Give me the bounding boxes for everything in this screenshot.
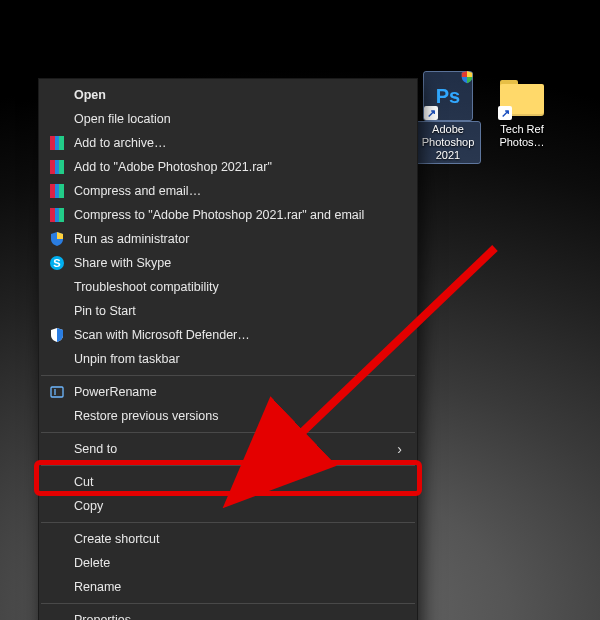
menu-item-run-as-admin[interactable]: Run as administrator (40, 227, 416, 251)
menu-item-label: Add to archive… (74, 136, 402, 150)
menu-item-rename[interactable]: Rename (40, 575, 416, 599)
blank-icon (48, 611, 66, 620)
menu-item-cut[interactable]: Cut (40, 470, 416, 494)
skype-icon: S (48, 254, 66, 272)
menu-item-label: Troubleshoot compatibility (74, 280, 402, 294)
menu-item-label: Open file location (74, 112, 402, 126)
menu-item-copy[interactable]: Copy (40, 494, 416, 518)
menu-item-label: Restore previous versions (74, 409, 402, 423)
menu-separator (41, 522, 415, 523)
uac-shield-overlay-icon (460, 70, 474, 84)
shortcut-arrow-icon: ↗ (498, 106, 512, 120)
winrar-icon (48, 182, 66, 200)
blank-icon (48, 86, 66, 104)
submenu-chevron-icon: › (397, 441, 402, 457)
menu-item-defender-scan[interactable]: Scan with Microsoft Defender… (40, 323, 416, 347)
desktop-icon-label: Adobe Photoshop 2021 (416, 122, 480, 163)
context-menu: Open Open file location Add to archive… … (38, 78, 418, 620)
menu-item-label: Properties (74, 613, 402, 620)
menu-item-label: Pin to Start (74, 304, 402, 318)
blank-icon (48, 554, 66, 572)
menu-item-label: Compress and email… (74, 184, 402, 198)
svg-text:S: S (53, 257, 60, 269)
menu-item-send-to[interactable]: Send to › (40, 437, 416, 461)
shortcut-arrow-icon: ↗ (424, 106, 438, 120)
menu-item-troubleshoot[interactable]: Troubleshoot compatibility (40, 275, 416, 299)
folder-icon: ↗ (498, 72, 546, 120)
menu-item-powerrename[interactable]: PowerRename (40, 380, 416, 404)
winrar-icon (48, 158, 66, 176)
menu-separator (41, 603, 415, 604)
menu-item-add-to-rar[interactable]: Add to "Adobe Photoshop 2021.rar" (40, 155, 416, 179)
desktop-icon-tech-ref-photos[interactable]: ↗ Tech Ref Photos… (490, 72, 554, 150)
blank-icon (48, 497, 66, 515)
menu-item-label: Send to (74, 442, 397, 456)
uac-shield-icon (48, 230, 66, 248)
menu-item-label: Unpin from taskbar (74, 352, 402, 366)
blank-icon (48, 407, 66, 425)
menu-item-label: Compress to "Adobe Photoshop 2021.rar" a… (74, 208, 402, 222)
menu-item-label: Share with Skype (74, 256, 402, 270)
menu-item-compress-rar-email[interactable]: Compress to "Adobe Photoshop 2021.rar" a… (40, 203, 416, 227)
blank-icon (48, 278, 66, 296)
menu-item-compress-email[interactable]: Compress and email… (40, 179, 416, 203)
menu-item-label: Open (74, 88, 402, 102)
winrar-icon (48, 206, 66, 224)
menu-separator (41, 432, 415, 433)
menu-item-pin-to-start[interactable]: Pin to Start (40, 299, 416, 323)
desktop-icon-label: Tech Ref Photos… (490, 122, 554, 150)
blank-icon (48, 578, 66, 596)
menu-item-restore-versions[interactable]: Restore previous versions (40, 404, 416, 428)
blank-icon (48, 530, 66, 548)
menu-item-properties[interactable]: Properties (40, 608, 416, 620)
menu-item-label: Cut (74, 475, 402, 489)
menu-item-open[interactable]: Open (40, 83, 416, 107)
blank-icon (48, 110, 66, 128)
blank-icon (48, 350, 66, 368)
desktop-icon-adobe-photoshop[interactable]: Ps ↗ Adobe Photoshop 2021 (416, 72, 480, 163)
svg-rect-2 (51, 387, 63, 397)
menu-item-delete[interactable]: Delete (40, 551, 416, 575)
menu-separator (41, 465, 415, 466)
menu-item-label: PowerRename (74, 385, 402, 399)
blank-icon (48, 302, 66, 320)
menu-item-add-to-archive[interactable]: Add to archive… (40, 131, 416, 155)
blank-icon (48, 440, 66, 458)
defender-icon (48, 326, 66, 344)
menu-item-label: Copy (74, 499, 402, 513)
menu-separator (41, 375, 415, 376)
winrar-icon (48, 134, 66, 152)
menu-item-open-file-location[interactable]: Open file location (40, 107, 416, 131)
menu-item-share-skype[interactable]: S Share with Skype (40, 251, 416, 275)
menu-item-label: Rename (74, 580, 402, 594)
photoshop-icon: Ps ↗ (424, 72, 472, 120)
menu-item-label: Run as administrator (74, 232, 402, 246)
blank-icon (48, 473, 66, 491)
menu-item-unpin-taskbar[interactable]: Unpin from taskbar (40, 347, 416, 371)
menu-item-create-shortcut[interactable]: Create shortcut (40, 527, 416, 551)
menu-item-label: Scan with Microsoft Defender… (74, 328, 402, 342)
powerrename-icon (48, 383, 66, 401)
menu-item-label: Create shortcut (74, 532, 402, 546)
menu-item-label: Delete (74, 556, 402, 570)
menu-item-label: Add to "Adobe Photoshop 2021.rar" (74, 160, 402, 174)
